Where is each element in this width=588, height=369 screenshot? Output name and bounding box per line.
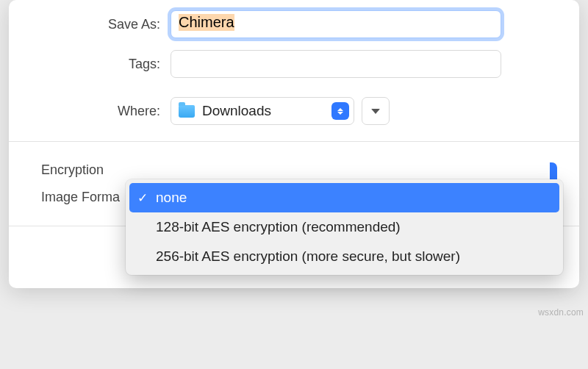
where-dropdown[interactable]: Downloads xyxy=(171,97,354,125)
save-as-label: Save As: xyxy=(31,17,171,32)
save-as-input[interactable]: Chimera xyxy=(171,10,501,38)
save-as-value: Chimera xyxy=(179,14,234,31)
tags-label: Tags: xyxy=(31,57,171,72)
encryption-row: Encryption xyxy=(31,162,557,178)
check-icon: ✓ xyxy=(137,192,148,204)
encryption-menu[interactable]: ✓ none 128-bit AES encryption (recommend… xyxy=(126,179,563,275)
top-section: Save As: Chimera Tags: Where: Downlo xyxy=(9,0,579,141)
encryption-label: Encryption xyxy=(31,162,145,178)
tags-row: Tags: xyxy=(31,50,557,78)
encryption-option-label: 128-bit AES encryption (recommended) xyxy=(156,219,401,235)
watermark: wsxdn.com xyxy=(538,307,584,318)
encryption-option-label: none xyxy=(156,190,187,206)
folder-icon xyxy=(179,105,195,118)
where-row: Where: Downloads xyxy=(31,97,557,125)
tags-input[interactable] xyxy=(171,50,501,78)
encryption-option-128[interactable]: 128-bit AES encryption (recommended) xyxy=(129,212,559,242)
chevron-down-icon xyxy=(371,109,380,114)
encryption-option-256[interactable]: 256-bit AES encryption (more secure, but… xyxy=(129,242,559,271)
encryption-option-none[interactable]: ✓ none xyxy=(129,183,559,212)
expand-button[interactable] xyxy=(362,97,390,125)
where-label: Where: xyxy=(31,104,171,119)
save-as-row: Save As: Chimera xyxy=(31,10,557,38)
encryption-option-label: 256-bit AES encryption (more secure, but… xyxy=(156,248,460,265)
popup-arrows-icon xyxy=(331,102,349,120)
where-value: Downloads xyxy=(202,103,271,119)
